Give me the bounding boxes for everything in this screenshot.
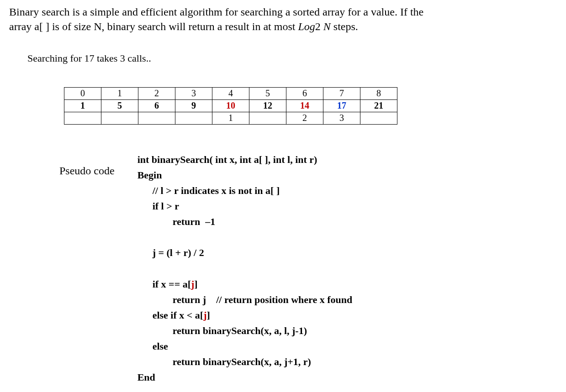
intro-line2a: array a[ ] is of size N, binary search w…: [9, 21, 298, 32]
code-line: j = (l + r) / 2: [138, 247, 204, 258]
code-line: if x == a[j]: [138, 278, 198, 290]
value-cell: 6: [138, 99, 175, 112]
array-table: 0 1 2 3 4 5 6 7 8 1 5 6 9 10 12 14 17 21…: [64, 87, 397, 125]
step-cell: [175, 112, 212, 124]
index-cell: 2: [138, 87, 175, 99]
step-cell: 1: [212, 112, 249, 124]
index-cell: 1: [101, 87, 138, 99]
step-cell: [249, 112, 286, 124]
code-line: return binarySearch(x, a, l, j-1): [138, 325, 307, 336]
value-cell: 10: [212, 99, 249, 112]
code-line: return –1: [138, 216, 216, 227]
intro-n: N: [323, 21, 331, 32]
code-line: End: [138, 371, 155, 383]
intro-line1: Binary search is a simple and efficient …: [9, 6, 423, 18]
code-line: // l > r indicates x is not in a[ ]: [138, 185, 280, 196]
step-cell: [101, 112, 138, 124]
intro-two: 2: [315, 21, 323, 32]
index-row: 0 1 2 3 4 5 6 7 8: [64, 87, 397, 99]
index-cell: 6: [286, 87, 323, 99]
index-cell: 4: [212, 87, 249, 99]
index-cell: 3: [175, 87, 212, 99]
code-line: return binarySearch(x, a, j+1, r): [138, 356, 311, 367]
code-line: else if x < a[j]: [138, 309, 210, 321]
value-cell: 9: [175, 99, 212, 112]
value-cell: 12: [249, 99, 286, 112]
array-table-wrap: 0 1 2 3 4 5 6 7 8 1 5 6 9 10 12 14 17 21…: [64, 87, 557, 125]
code-line: int binarySearch( int x, int a[ ], int l…: [138, 154, 317, 165]
step-row: 1 2 3: [64, 112, 397, 124]
index-cell: 5: [249, 87, 286, 99]
step-cell: [360, 112, 397, 124]
step-cell: 3: [323, 112, 360, 124]
example-caption: Searching for 17 takes 3 calls..: [27, 52, 557, 64]
intro-line2b: steps.: [331, 21, 358, 32]
index-cell: 0: [64, 87, 101, 99]
index-cell: 8: [360, 87, 397, 99]
value-cell: 5: [101, 99, 138, 112]
intro-paragraph: Binary search is a simple and efficient …: [9, 5, 557, 34]
code-line: else: [138, 340, 168, 352]
value-cell: 17: [323, 99, 360, 112]
value-cell: 21: [360, 99, 397, 112]
pseudocode-label: Pseudo code: [59, 152, 115, 177]
code-line: Begin: [138, 169, 162, 181]
step-cell: 2: [286, 112, 323, 124]
pseudocode-block: int binarySearch( int x, int a[ ], int l…: [138, 152, 353, 385]
value-row: 1 5 6 9 10 12 14 17 21: [64, 99, 397, 112]
step-cell: [64, 112, 101, 124]
index-cell: 7: [323, 87, 360, 99]
pseudocode-section: Pseudo code int binarySearch( int x, int…: [9, 152, 557, 385]
value-cell: 14: [286, 99, 323, 112]
step-cell: [138, 112, 175, 124]
code-line: if l > r: [138, 200, 179, 212]
code-line: return j // return position where x foun…: [138, 294, 353, 305]
intro-log: Log: [298, 21, 315, 32]
value-cell: 1: [64, 99, 101, 112]
j-index: j: [203, 309, 206, 321]
